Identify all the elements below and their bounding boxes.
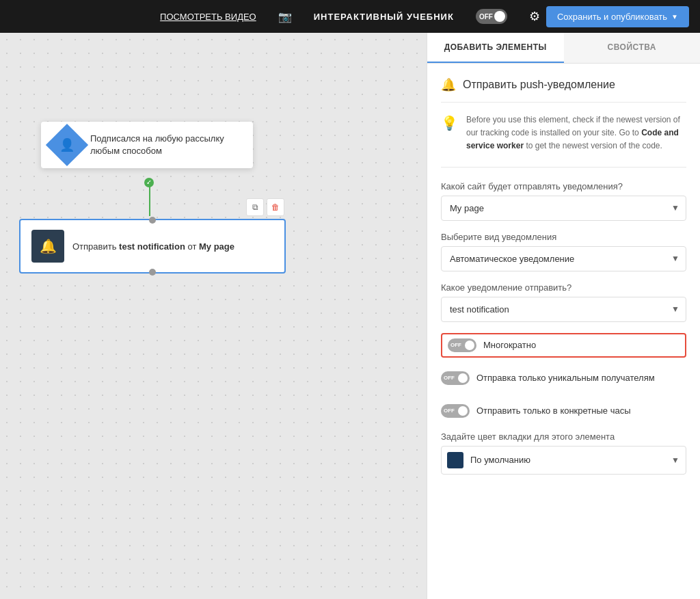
- toggle2[interactable]: [441, 371, 470, 385]
- delete-node-button[interactable]: 🗑: [267, 198, 284, 216]
- info-text-2: to get the newest version of the code.: [524, 141, 662, 150]
- copy-node-button[interactable]: ⧉: [246, 198, 264, 216]
- toggle3-label: Отправить только в конкретные часы: [476, 405, 631, 416]
- color-select-wrapper: По умолчанию ▼: [441, 446, 686, 475]
- panel-tabs: ДОБАВИТЬ ЭЛЕМЕНТЫ СВОЙСТВА: [427, 33, 700, 64]
- node-toolbar: ⧉ 🗑: [246, 198, 284, 216]
- tab-properties[interactable]: СВОЙСТВА: [564, 33, 701, 63]
- field3-select-wrapper: test notification ▼: [441, 297, 686, 322]
- toggle3[interactable]: [441, 404, 470, 418]
- canvas-area[interactable]: 👤 Подписался на любую рассылку любым спо…: [0, 33, 427, 599]
- color-value-label: По умолчанию: [470, 455, 530, 465]
- bell-icon: 🔔: [441, 77, 456, 92]
- toggle3-row: Отправить только в конкретные часы: [441, 399, 686, 423]
- field1-label: Какой сайт будет отправлять уведомления?: [441, 181, 686, 191]
- subscribe-node-text: Подписался на любую рассылку любым спосо…: [90, 133, 242, 157]
- node-top-connector: [149, 217, 156, 224]
- panel-content: 🔔 Отправить push-уведомление 💡 Before yo…: [427, 64, 700, 599]
- color-select[interactable]: По умолчанию: [441, 446, 686, 475]
- topbar: ПОСМОТРЕТЬ ВИДЕО 📷 ИНТЕРАКТИВНЫЙ УЧЕБНИК…: [0, 0, 700, 33]
- camera-icon: 📷: [278, 10, 292, 23]
- save-publish-button[interactable]: Сохранить и опубликовать ▼: [546, 6, 689, 27]
- field3-select[interactable]: test notification: [441, 297, 686, 322]
- field1-select-wrapper: My page ▼: [441, 196, 686, 221]
- toggle1-label: Многократно: [483, 340, 536, 350]
- node-bottom-connector: [149, 269, 156, 276]
- connector-line: [149, 182, 150, 216]
- notification-node-inner: 🔔 Отправить test notification от My page: [21, 220, 284, 272]
- notification-node[interactable]: ⧉ 🗑 🔔 Отправить test notification от My …: [19, 219, 286, 274]
- notification-name: test notification: [119, 241, 185, 252]
- interactive-label: ИНТЕРАКТИВНЫЙ УЧЕБНИК: [314, 12, 454, 22]
- save-publish-chevron-icon: ▼: [671, 13, 678, 21]
- lightbulb-icon: 💡: [441, 115, 458, 153]
- tab-add-elements[interactable]: ДОБАВИТЬ ЭЛЕМЕНТЫ: [427, 33, 564, 63]
- field3-label: Какое уведомление отправить?: [441, 282, 686, 293]
- interactive-toggle-label: OFF: [479, 13, 493, 21]
- color-label: Задайте цвет вкладки для этого элемента: [441, 431, 686, 442]
- field2-select-wrapper: Автоматическое уведомление ▼: [441, 246, 686, 271]
- toggle2-label: Отправка только уникальным получателям: [476, 373, 655, 383]
- section-header: 🔔 Отправить push-уведомление: [441, 77, 686, 103]
- right-panel: ДОБАВИТЬ ЭЛЕМЕНТЫ СВОЙСТВА 🔔 Отправить p…: [427, 33, 700, 599]
- interactive-toggle[interactable]: OFF: [476, 9, 507, 24]
- notification-prefix: Отправить: [72, 241, 119, 252]
- notification-bell-icon: 🔔: [31, 230, 64, 263]
- color-swatch: [447, 452, 463, 468]
- toggle1[interactable]: [448, 338, 476, 352]
- toggle1-row: Многократно: [441, 333, 686, 358]
- field2-label: Выберите вид уведомления: [441, 232, 686, 242]
- notification-page: My page: [199, 241, 234, 252]
- info-box: 💡 Before you use this element, check if …: [441, 114, 686, 168]
- notification-node-text: Отправить test notification от My page: [72, 241, 234, 252]
- field2-select[interactable]: Автоматическое уведомление: [441, 246, 686, 271]
- notification-suffix: от: [185, 241, 199, 252]
- user-icon: 👤: [59, 137, 75, 152]
- field1-select[interactable]: My page: [441, 196, 686, 221]
- main-layout: 👤 Подписался на любую рассылку любым спо…: [0, 33, 700, 599]
- subscribe-diamond-icon: 👤: [46, 124, 88, 166]
- subscribe-node: 👤 Подписался на любую рассылку любым спо…: [41, 122, 253, 168]
- info-box-text: Before you use this element, check if th…: [466, 114, 686, 153]
- save-publish-label: Сохранить и опубликовать: [557, 12, 667, 22]
- toggle2-row: Отправка только уникальным получателям: [441, 366, 686, 390]
- interactive-toggle-wrapper: OFF: [476, 9, 507, 24]
- gear-icon[interactable]: ⚙: [529, 9, 540, 24]
- watch-video-link[interactable]: ПОСМОТРЕТЬ ВИДЕО: [160, 12, 256, 22]
- section-title: Отправить push-уведомление: [463, 79, 615, 91]
